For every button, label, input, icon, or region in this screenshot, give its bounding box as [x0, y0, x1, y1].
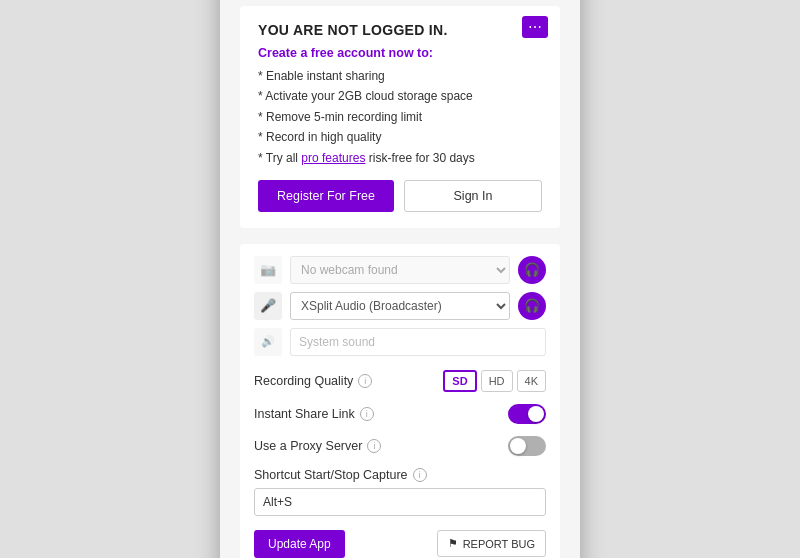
- webcam-select[interactable]: No webcam found: [290, 256, 510, 284]
- instant-share-toggle-knob: [528, 406, 544, 422]
- quality-buttons: SD HD 4K: [443, 370, 546, 392]
- more-button[interactable]: ⋯: [522, 16, 548, 38]
- proxy-label-text: Use a Proxy Server: [254, 439, 362, 453]
- proxy-label: Use a Proxy Server i: [254, 439, 381, 453]
- benefit-5: * Try all pro features risk-free for 30 …: [258, 148, 542, 168]
- quality-row: Recording Quality i SD HD 4K: [254, 370, 546, 392]
- system-sound-row: 🔊: [254, 328, 546, 356]
- report-bug-button[interactable]: ⚑ REPORT BUG: [437, 530, 546, 557]
- shortcut-label-text: Shortcut Start/Stop Capture: [254, 468, 408, 482]
- quality-label-text: Recording Quality: [254, 374, 353, 388]
- shortcut-section: Shortcut Start/Stop Capture i: [254, 468, 546, 516]
- mic-headphone-btn[interactable]: 🎧: [518, 292, 546, 320]
- instant-share-label-text: Instant Share Link: [254, 407, 355, 421]
- instant-share-label: Instant Share Link i: [254, 407, 374, 421]
- settings-section: 📷 No webcam found 🎧 🎤 XSplit Audio (Broa…: [240, 244, 560, 558]
- proxy-info-icon: i: [367, 439, 381, 453]
- pro-features-link[interactable]: pro features: [301, 151, 365, 165]
- create-account-text: Create a free account now to:: [258, 46, 542, 60]
- webcam-row: 📷 No webcam found 🎧: [254, 256, 546, 284]
- proxy-toggle-knob: [510, 438, 526, 454]
- volume-icon: 🔊: [254, 328, 282, 356]
- webcam-icon: 📷: [254, 256, 282, 284]
- mic-icon: 🎤: [254, 292, 282, 320]
- signin-button[interactable]: Sign In: [404, 180, 542, 212]
- instant-share-row: Instant Share Link i: [254, 404, 546, 424]
- audio-select[interactable]: XSplit Audio (Broadcaster): [290, 292, 510, 320]
- quality-label: Recording Quality i: [254, 374, 372, 388]
- instant-share-info-icon: i: [360, 407, 374, 421]
- quality-4k-button[interactable]: 4K: [517, 370, 546, 392]
- headphone-icon: 🎧: [524, 262, 540, 277]
- register-button[interactable]: Register For Free: [258, 180, 394, 212]
- shortcut-info-icon: i: [413, 468, 427, 482]
- benefits-list: * Enable instant sharing * Activate your…: [258, 66, 542, 168]
- mic-headphone-icon: 🎧: [524, 298, 540, 313]
- proxy-row: Use a Proxy Server i: [254, 436, 546, 456]
- benefit-2: * Activate your 2GB cloud storage space: [258, 86, 542, 106]
- shortcut-label: Shortcut Start/Stop Capture i: [254, 468, 546, 482]
- quality-sd-button[interactable]: SD: [443, 370, 476, 392]
- update-button[interactable]: Update App: [254, 530, 345, 558]
- not-logged-text: YOU ARE NOT LOGGED IN.: [258, 22, 542, 38]
- quality-info-icon: i: [358, 374, 372, 388]
- more-icon: ⋯: [528, 19, 542, 35]
- system-sound-input[interactable]: [290, 328, 546, 356]
- auth-buttons: Register For Free Sign In: [258, 180, 542, 212]
- shortcut-input[interactable]: [254, 488, 546, 516]
- app-window: screenrec − × ⋯ YOU ARE NOT LOGGED IN. C…: [220, 0, 580, 558]
- proxy-toggle[interactable]: [508, 436, 546, 456]
- footer-row: Update App ⚑ REPORT BUG: [254, 530, 546, 558]
- benefit-1: * Enable instant sharing: [258, 66, 542, 86]
- report-bug-label: REPORT BUG: [463, 538, 535, 550]
- benefit-4: * Record in high quality: [258, 127, 542, 147]
- bug-icon: ⚑: [448, 537, 458, 550]
- webcam-headphone-btn[interactable]: 🎧: [518, 256, 546, 284]
- login-section: ⋯ YOU ARE NOT LOGGED IN. Create a free a…: [240, 6, 560, 228]
- instant-share-toggle[interactable]: [508, 404, 546, 424]
- quality-hd-button[interactable]: HD: [481, 370, 513, 392]
- benefit-3: * Remove 5-min recording limit: [258, 107, 542, 127]
- main-content: ⋯ YOU ARE NOT LOGGED IN. Create a free a…: [220, 0, 580, 558]
- mic-row: 🎤 XSplit Audio (Broadcaster) 🎧: [254, 292, 546, 320]
